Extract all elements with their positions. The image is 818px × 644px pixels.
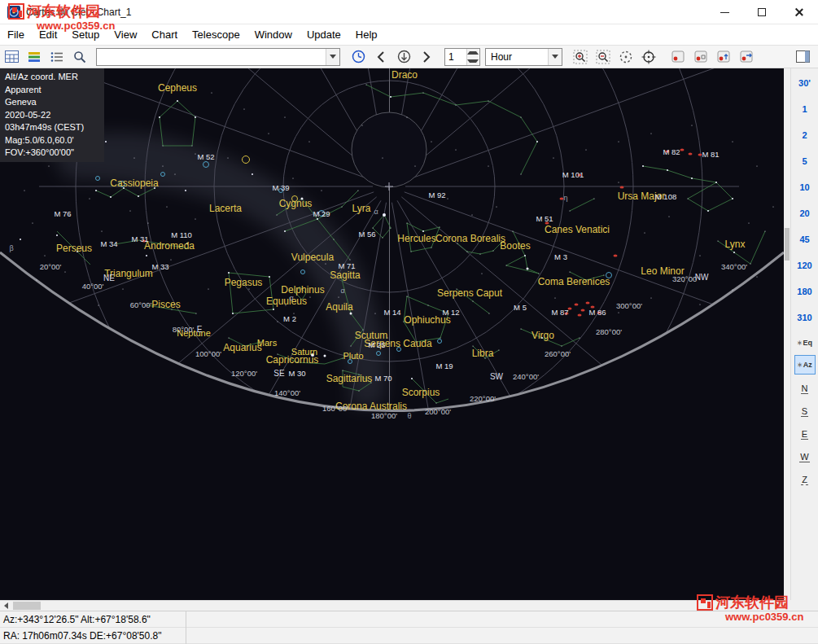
constellation-label[interactable]: Perseus xyxy=(56,243,92,254)
messier-label[interactable]: M 19 xyxy=(435,361,453,370)
marker-tool-button-2[interactable] xyxy=(690,47,711,67)
constellation-label[interactable]: Andromeda xyxy=(144,240,195,252)
marker-tool-button-1[interactable] xyxy=(667,47,689,67)
fov-button[interactable]: 30' xyxy=(791,70,818,96)
spinner-up-button[interactable] xyxy=(467,49,479,57)
constellation-label[interactable]: Delphinus xyxy=(281,284,324,296)
search-dropdown-arrow[interactable] xyxy=(326,49,339,65)
messier-label[interactable]: M 33 xyxy=(151,262,168,271)
messier-label[interactable]: M 14 xyxy=(383,308,400,317)
messier-label[interactable]: M 87 xyxy=(551,308,568,317)
fov-button[interactable]: 10 xyxy=(791,174,818,200)
unit-dropdown-arrow[interactable] xyxy=(548,49,562,65)
messier-label[interactable]: M 82 xyxy=(663,147,680,156)
zoom-out-button[interactable] xyxy=(593,47,614,67)
constellation-label[interactable]: Serpens Caput xyxy=(437,287,502,299)
constellation-label[interactable]: Libra xyxy=(472,348,494,359)
constellation-label[interactable]: Lynx xyxy=(725,239,746,250)
constellation-label[interactable]: Sagitta xyxy=(330,269,360,281)
messier-label[interactable]: M 29 xyxy=(313,209,330,218)
constellation-label[interactable]: Pisces xyxy=(151,299,180,310)
messier-label[interactable]: M 92 xyxy=(428,191,445,199)
constellation-label[interactable]: Canes Venatici xyxy=(545,224,610,235)
scroll-left-button[interactable] xyxy=(0,601,12,611)
planet-label[interactable]: Saturn xyxy=(291,347,317,357)
fov-button[interactable]: 180 xyxy=(791,278,818,304)
constellation-label[interactable]: Hercules xyxy=(397,233,435,244)
horizontal-scrollbar[interactable] xyxy=(0,600,784,611)
constellation-label[interactable]: Coma Berenices xyxy=(538,276,610,287)
messier-label[interactable]: M 2 xyxy=(283,314,296,323)
zoom-in-button[interactable] xyxy=(570,47,591,67)
look-zenith-button[interactable]: Z xyxy=(791,468,818,491)
messier-label[interactable]: M 71 xyxy=(338,261,355,270)
altaz-coords-button[interactable]: ✶ Az xyxy=(794,355,816,375)
planet-label[interactable]: Pluto xyxy=(343,351,363,361)
fov-button[interactable]: 2 xyxy=(791,122,818,148)
messier-label[interactable]: M 51 xyxy=(536,214,553,223)
menu-item-chart[interactable]: Chart xyxy=(144,26,185,43)
object-search-combobox[interactable] xyxy=(96,48,340,66)
vertical-scrollbar-thumb[interactable] xyxy=(785,228,790,261)
constellation-label[interactable]: Aquila xyxy=(326,301,352,313)
marker-tool-button-3[interactable] xyxy=(713,47,734,67)
messier-label[interactable]: M 3 xyxy=(554,252,567,261)
vertical-scrollbar[interactable] xyxy=(784,68,790,600)
look-west-button[interactable]: W xyxy=(791,445,818,468)
horizontal-scrollbar-thumb[interactable] xyxy=(13,602,41,610)
equatorial-coords-button[interactable]: ✶ Eq xyxy=(794,333,816,353)
constellation-label[interactable]: Draco xyxy=(392,69,418,81)
chart-settings-button[interactable] xyxy=(24,47,45,67)
panel-toggle-button[interactable] xyxy=(792,47,813,67)
constellation-label[interactable]: Sagittarius xyxy=(326,373,373,384)
menu-item-help[interactable]: Help xyxy=(348,26,385,43)
constellation-label[interactable]: Scorpius xyxy=(402,387,440,398)
messier-label[interactable]: M 108 xyxy=(655,192,676,201)
messier-label[interactable]: M 81 xyxy=(702,150,719,159)
messier-label[interactable]: M 101 xyxy=(562,170,584,179)
messier-label[interactable]: M 76 xyxy=(54,209,71,218)
menu-item-window[interactable]: Window xyxy=(247,26,300,43)
constellation-label[interactable]: Cassiopeia xyxy=(110,177,158,189)
maximize-button[interactable] xyxy=(743,0,781,24)
minimize-button[interactable] xyxy=(706,0,743,24)
messier-label[interactable]: M 110 xyxy=(171,230,192,239)
close-button[interactable] xyxy=(781,0,818,24)
field-of-view-button[interactable] xyxy=(615,47,636,67)
constellation-label[interactable]: Equuleus xyxy=(266,296,307,307)
spinner-down-button[interactable] xyxy=(467,57,479,65)
constellation-label[interactable]: Aquarius xyxy=(223,342,261,353)
constellation-label[interactable]: Bootes xyxy=(500,240,530,252)
constellation-label[interactable]: Lyra xyxy=(352,203,371,214)
messier-label[interactable]: M 56 xyxy=(358,230,375,239)
menu-item-update[interactable]: Update xyxy=(300,26,348,43)
sky-chart[interactable]: CepheusDracoCassiopeiaLacertaCygnusLyraP… xyxy=(0,68,784,600)
messier-label[interactable]: M 34 xyxy=(100,239,117,248)
constellation-label[interactable]: Pegasus xyxy=(225,277,263,288)
constellation-label[interactable]: Cygnus xyxy=(279,198,313,209)
time-step-unit-select[interactable]: Hour xyxy=(485,48,562,66)
messier-label[interactable]: M 70 xyxy=(374,374,392,383)
messier-label[interactable]: M 39 xyxy=(272,183,289,192)
messier-label[interactable]: M 52 xyxy=(197,152,214,161)
time-now-button[interactable] xyxy=(393,47,414,67)
fov-button[interactable]: 310 xyxy=(791,304,818,331)
messier-label[interactable]: M 86 xyxy=(588,308,606,317)
constellation-label[interactable]: Corona Borealis xyxy=(435,233,505,244)
messier-label[interactable]: M 12 xyxy=(442,308,459,317)
time-step-forward-button[interactable] xyxy=(416,47,437,67)
datetime-button[interactable] xyxy=(1,47,22,67)
fov-button[interactable]: 1 xyxy=(791,96,818,122)
look-north-button[interactable]: N xyxy=(791,377,818,400)
fov-button[interactable]: 20 xyxy=(791,200,818,226)
constellation-label[interactable]: Vulpecula xyxy=(291,252,334,263)
object-list-button[interactable] xyxy=(46,47,68,67)
look-east-button[interactable]: E xyxy=(791,423,818,445)
look-south-button[interactable]: S xyxy=(791,400,818,423)
planet-label[interactable]: Mars xyxy=(257,338,277,348)
messier-label[interactable]: M 31 xyxy=(131,234,148,243)
constellation-label[interactable]: Virgo xyxy=(531,330,554,341)
time-step-value-input[interactable] xyxy=(445,49,466,65)
messier-label[interactable]: M 30 xyxy=(288,369,305,378)
constellation-label[interactable]: Cepheus xyxy=(158,82,197,94)
